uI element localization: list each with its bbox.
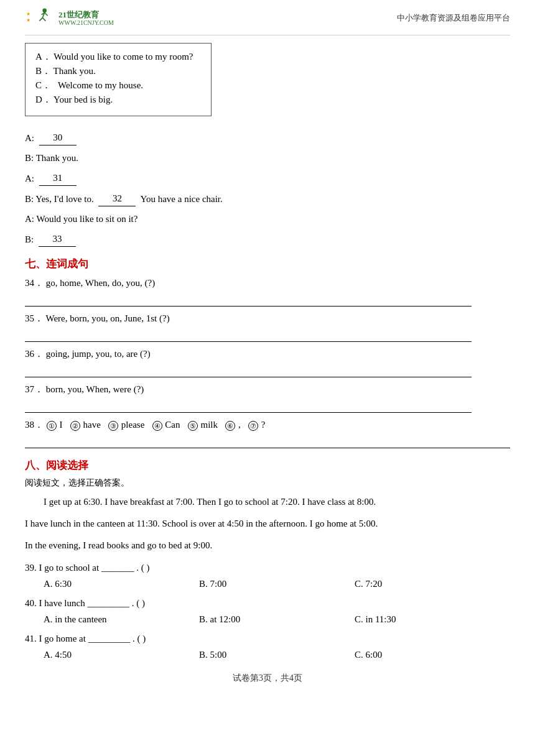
logo-icon: ★ ★ xyxy=(25,6,56,30)
svg-text:★: ★ xyxy=(26,11,30,17)
choice-41-2: B. 5:00 xyxy=(199,650,355,660)
question-41: 41. I go home at _________ . ( ) xyxy=(25,631,510,646)
svg-point-0 xyxy=(42,9,47,13)
option-A-label: A． xyxy=(35,52,52,62)
option-C: C． Welcome to my house. xyxy=(35,80,201,91)
choice-39-2: B. 7:00 xyxy=(199,579,355,589)
choice-41-1: A. 4:50 xyxy=(44,650,199,660)
dialogue-A30: A: 30 xyxy=(25,130,510,145)
answer-line-35 xyxy=(25,327,472,342)
item38-answer-line xyxy=(25,433,510,448)
passage-line3: In the evening, I read books and go to b… xyxy=(25,537,510,554)
header: ★ ★ 21世纪教育 WWW.21CNJY.COM 中小学教育资源及组卷应用平台 xyxy=(25,6,510,35)
logo-brand: 21世纪教育 xyxy=(58,10,114,20)
choice-40-2: B. at 12:00 xyxy=(199,614,355,625)
word-order-item-36: 36． going, jump, you, to, are (?) xyxy=(25,348,510,360)
passage-line2: I have lunch in the canteen at 11:30. Sc… xyxy=(25,515,510,532)
dialogue-A31: A: 31 xyxy=(25,170,510,186)
item38: 38． ① I ② have ③ please ④ Can ⑤ milk ⑥ ,… xyxy=(25,419,510,431)
option-A-text: Would you like to come to my room? xyxy=(54,52,193,62)
word-order-item-35: 35． Were, born, you, on, June, 1st (?) xyxy=(25,313,510,325)
platform-name: 中小学教育资源及组卷应用平台 xyxy=(397,12,510,24)
option-C-label: C． xyxy=(35,80,56,90)
choice-39-3: C. 7:20 xyxy=(355,579,510,589)
dialogue-B2: B: Yes, I'd love to. 32 You have a nice … xyxy=(25,191,510,206)
question-40: 40. I have lunch _________ . ( ) xyxy=(25,596,510,611)
option-D-text: Your bed is big. xyxy=(54,94,113,104)
svg-text:★: ★ xyxy=(26,17,30,23)
dialogue-B1: B: Thank you. xyxy=(25,150,510,165)
page-container: ★ ★ 21世纪教育 WWW.21CNJY.COM 中小学教育资源及组卷应用平台… xyxy=(0,0,535,756)
svg-line-3 xyxy=(42,18,45,21)
answer-line-34 xyxy=(25,292,472,307)
question-39: 39. I go to school at _______ . ( ) xyxy=(25,560,510,575)
footer-text: 试卷第3页，共4页 xyxy=(233,673,302,683)
word-order-item-34: 34． go, home, When, do, you, (?) xyxy=(25,277,510,289)
reading-questions: 39. I go to school at _______ . ( )A. 6:… xyxy=(25,560,510,660)
dialogue-B33: B: 33 xyxy=(25,231,510,247)
options-box: A． Would you like to come to my room? B．… xyxy=(25,43,212,116)
reading-instruction: 阅读短文，选择正确答案。 xyxy=(25,477,510,489)
choice-40-1: A. in the canteen xyxy=(44,614,199,625)
dialogue-A31-label: A: xyxy=(25,173,34,183)
page-footer: 试卷第3页，共4页 xyxy=(25,673,510,684)
choice-41-3: C. 6:00 xyxy=(355,650,510,660)
passage-line1: I get up at 6:30. I have breakfast at 7:… xyxy=(25,494,510,510)
logo-text-block: 21世纪教育 WWW.21CNJY.COM xyxy=(58,10,114,27)
option-B-text: Thank you. xyxy=(54,66,96,76)
dialogue-B2-post: You have a nice chair. xyxy=(141,194,223,204)
option-B-label: B． xyxy=(35,66,51,76)
choices-row-40: A. in the canteenB. at 12:00C. in 11:30 xyxy=(44,614,510,625)
dialogue-A3-text: A: Would you like to sit on it? xyxy=(25,214,137,224)
svg-line-2 xyxy=(39,18,42,21)
option-D: D． Your bed is big. xyxy=(35,94,201,106)
dialogue-A30-label: A: xyxy=(25,133,34,143)
dialogue-blank-30: 30 xyxy=(39,130,77,145)
answer-line-37 xyxy=(25,398,472,413)
dialogue-A3: A: Would you like to sit on it? xyxy=(25,211,510,226)
dialogue-B1-text: B: Thank you. xyxy=(25,153,78,163)
svg-line-4 xyxy=(45,12,48,16)
choices-row-39: A. 6:30B. 7:00C. 7:20 xyxy=(44,579,510,589)
section8-header: 八、阅读选择 xyxy=(25,458,510,472)
option-A: A． Would you like to come to my room? xyxy=(35,51,201,63)
logo-area: ★ ★ 21世纪教育 WWW.21CNJY.COM xyxy=(25,6,114,30)
word-order-section: 34． go, home, When, do, you, (?)35． Were… xyxy=(25,277,510,413)
item38-num: 38． xyxy=(25,420,44,430)
dialogue-blank-31: 31 xyxy=(39,170,77,186)
word-order-item-37: 37． born, you, When, were (?) xyxy=(25,384,510,395)
answer-line-36 xyxy=(25,362,472,377)
logo-url: WWW.21CNJY.COM xyxy=(58,19,114,26)
option-B: B． Thank you. xyxy=(35,65,201,77)
dialogue-B2-pre: B: Yes, I'd love to. xyxy=(25,194,94,204)
dialogue-blank-32: 32 xyxy=(98,191,136,206)
option-C-text: Welcome to my house. xyxy=(58,80,143,90)
dialogue-blank-33: 33 xyxy=(39,231,76,247)
choice-39-1: A. 6:30 xyxy=(44,579,199,589)
choices-row-41: A. 4:50B. 5:00C. 6:00 xyxy=(44,650,510,660)
choice-40-3: C. in 11:30 xyxy=(355,614,510,625)
dialogue-B33-label: B: xyxy=(25,234,34,244)
section7-header: 七、连词成句 xyxy=(25,257,510,271)
option-D-label: D． xyxy=(35,94,52,104)
